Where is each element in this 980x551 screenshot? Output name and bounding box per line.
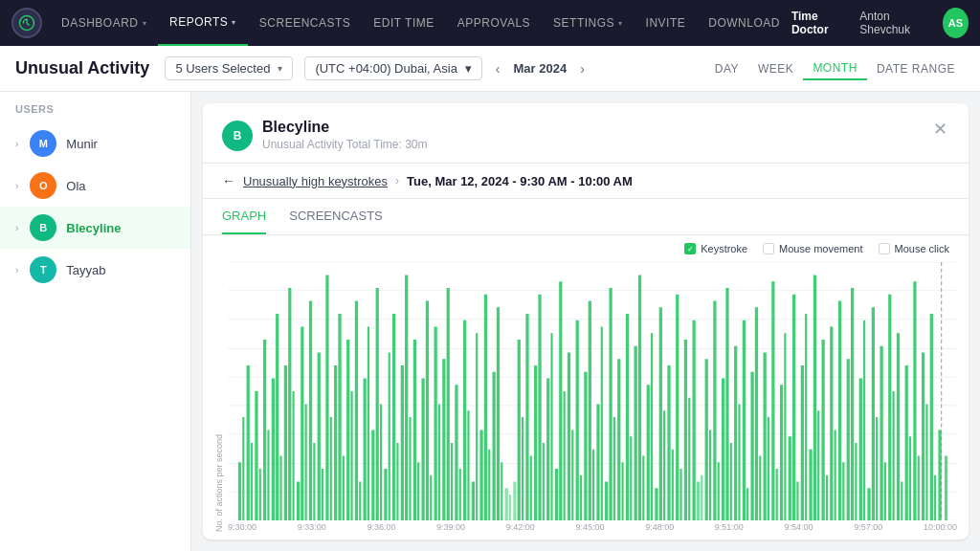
chart-svg: 0 1 2 3 4 5 6 7 8 9: [228, 262, 957, 520]
svg-rect-164: [830, 327, 833, 521]
svg-rect-58: [389, 353, 390, 521]
user-avatar[interactable]: AS: [943, 8, 969, 38]
tab-screencasts[interactable]: SCREENCASTS: [289, 199, 383, 234]
breadcrumb-link[interactable]: Unusually high keystrokes: [243, 174, 388, 188]
svg-rect-113: [617, 359, 620, 520]
avatar: B: [30, 214, 56, 241]
chevron-right-icon: ›: [15, 265, 18, 276]
x-tick: 9:36:00: [367, 522, 395, 532]
svg-rect-45: [334, 365, 337, 520]
svg-rect-123: [659, 307, 662, 520]
close-button[interactable]: ✕: [931, 119, 949, 140]
svg-rect-189: [934, 475, 936, 520]
svg-rect-134: [705, 359, 708, 520]
svg-rect-119: [642, 456, 644, 521]
svg-rect-95: [543, 443, 545, 520]
svg-rect-191: [945, 456, 947, 521]
timezone-selector[interactable]: (UTC +04:00) Dubai, Asia ▾: [304, 56, 481, 80]
svg-rect-84: [497, 307, 500, 520]
svg-rect-92: [530, 456, 532, 521]
svg-rect-104: [580, 475, 582, 520]
svg-rect-83: [492, 372, 495, 520]
svg-rect-80: [479, 430, 482, 521]
legend-checkbox-mouse-click[interactable]: [879, 243, 890, 254]
svg-rect-171: [859, 379, 862, 521]
legend-checkbox-keystroke[interactable]: [684, 243, 696, 254]
svg-rect-143: [743, 320, 746, 520]
user-name: Munir: [66, 137, 98, 151]
x-tick: 9:48:00: [645, 522, 674, 532]
next-date-arrow[interactable]: ›: [574, 59, 590, 78]
nav-invite[interactable]: INVITE: [635, 0, 698, 46]
x-tick: 9:45:00: [575, 522, 604, 532]
logo[interactable]: [11, 8, 42, 38]
svg-rect-153: [784, 333, 786, 520]
main-content: Users › M Munir › O Ola › B Blecyline › …: [0, 92, 980, 551]
svg-rect-52: [364, 379, 367, 521]
tab-day[interactable]: DAY: [705, 58, 748, 79]
x-axis: 9:30:00 9:33:00 9:36:00 9:39:00 9:42:00 …: [228, 520, 957, 532]
svg-rect-129: [684, 340, 687, 520]
chevron-right-icon: ›: [15, 181, 18, 191]
svg-rect-190: [938, 430, 941, 521]
svg-rect-185: [918, 456, 920, 521]
nav-edit-time[interactable]: EDIT TIME: [362, 0, 445, 46]
back-arrow[interactable]: ←: [222, 173, 235, 188]
chevron-right-icon: ›: [15, 223, 18, 233]
svg-rect-28: [263, 340, 266, 520]
svg-rect-152: [780, 385, 783, 520]
svg-rect-35: [292, 391, 294, 520]
svg-rect-69: [434, 327, 437, 521]
tab-month[interactable]: MONTH: [803, 57, 867, 80]
view-tabs: DAY WEEK MONTH DATE RANGE: [705, 57, 965, 80]
nav-reports[interactable]: REPORTS ▾: [158, 0, 248, 46]
user-selector[interactable]: 5 Users Selected ▾: [165, 56, 293, 80]
nav-dashboard[interactable]: DASHBOARD ▾: [50, 0, 158, 46]
svg-rect-184: [913, 281, 916, 520]
svg-rect-162: [821, 340, 824, 520]
svg-rect-57: [384, 469, 387, 520]
svg-rect-90: [522, 417, 523, 520]
nav-download[interactable]: DOWNLOAD: [697, 0, 791, 46]
svg-rect-117: [635, 346, 637, 520]
tab-week[interactable]: WEEK: [748, 58, 803, 79]
svg-rect-109: [601, 327, 603, 521]
chart-container: No. of actions per second: [203, 258, 969, 540]
svg-rect-36: [297, 482, 300, 521]
tab-graph[interactable]: GRAPH: [222, 199, 266, 234]
svg-rect-96: [546, 379, 549, 521]
tab-date-range[interactable]: DATE RANGE: [867, 58, 965, 79]
nav-right: Time Doctor Anton Shevchuk AS: [791, 8, 969, 38]
svg-rect-179: [893, 391, 895, 520]
legend-checkbox-mouse-movement[interactable]: [763, 243, 774, 254]
svg-rect-169: [851, 288, 854, 520]
prev-date-arrow[interactable]: ‹: [490, 59, 506, 78]
svg-rect-37: [301, 327, 303, 521]
svg-rect-188: [930, 314, 933, 520]
detail-header: B Blecyline Unusual Activity Total Time:…: [203, 103, 969, 164]
svg-rect-157: [801, 365, 804, 520]
svg-rect-151: [776, 469, 778, 520]
legend: Keystroke Mouse movement Mouse click: [203, 235, 969, 258]
sidebar-user-tayyab[interactable]: › T Tayyab: [0, 249, 190, 291]
svg-rect-63: [409, 417, 411, 520]
nav-settings[interactable]: SETTINGS ▾: [542, 0, 635, 46]
svg-rect-165: [835, 430, 836, 521]
svg-rect-74: [455, 385, 457, 520]
svg-rect-44: [330, 417, 332, 520]
sidebar-user-blecyline[interactable]: › B Blecyline: [0, 207, 190, 249]
nav-screencasts[interactable]: SCREENCASTS: [248, 0, 363, 46]
svg-rect-34: [288, 288, 291, 520]
svg-rect-144: [746, 488, 748, 520]
svg-rect-102: [571, 430, 573, 521]
svg-rect-88: [513, 482, 516, 521]
svg-rect-32: [279, 456, 281, 521]
nav-approvals[interactable]: APPROVALS: [446, 0, 542, 46]
svg-rect-118: [638, 276, 641, 521]
page-title: Unusual Activity: [15, 58, 149, 78]
svg-rect-47: [343, 456, 345, 521]
sidebar-user-munir[interactable]: › M Munir: [0, 122, 190, 165]
sidebar-user-ola[interactable]: › O Ola: [0, 165, 190, 207]
x-tick: 9:39:00: [436, 522, 465, 532]
svg-rect-55: [376, 288, 379, 520]
